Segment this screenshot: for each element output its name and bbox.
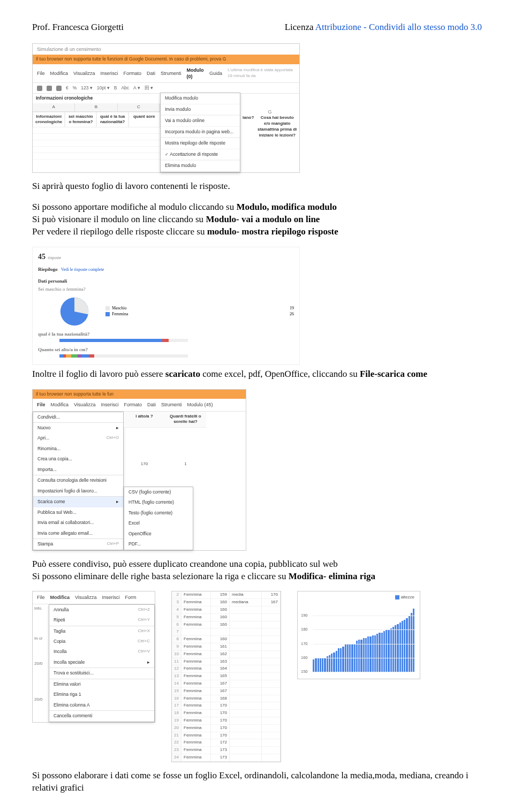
dd-annulla[interactable]: AnnullaCtrl+Z	[49, 605, 154, 615]
dd-elimina[interactable]: Elimina modulo	[161, 161, 240, 171]
col-b[interactable]: B	[75, 103, 117, 111]
dd-taglia[interactable]: TagliaCtrl+X	[49, 626, 154, 636]
dd-ripeti[interactable]: RipetiCtrl+Y	[49, 615, 154, 625]
txt: Si possono apportare modifiche al modulo…	[32, 202, 236, 212]
ytick-label: 180	[301, 627, 308, 632]
menu-modulo45[interactable]: Modulo (45)	[187, 401, 213, 408]
dd-incolla-speciale[interactable]: Incolla speciale▸	[49, 657, 154, 667]
undo-icon[interactable]	[47, 86, 52, 91]
dd-elimina-riga[interactable]: Elimina riga 1	[49, 689, 154, 700]
menu-file[interactable]: File	[37, 401, 46, 408]
menu-inserisci[interactable]: Inserisci	[101, 401, 118, 408]
menu-strumenti[interactable]: Strumenti	[161, 401, 182, 408]
toolbar-percent[interactable]: %	[73, 85, 77, 91]
bar	[406, 618, 407, 672]
fm-cronologia[interactable]: Consulta cronologia delle revisioni	[33, 475, 123, 485]
sm-openoffice[interactable]: OpenOffice	[124, 529, 193, 539]
fm-email-allegato[interactable]: Invia come allegato email...	[33, 528, 123, 538]
col-g[interactable]: G	[243, 109, 297, 115]
sm-testo[interactable]: Testo (foglio corrente)	[124, 508, 193, 518]
txt: Si possono eliminare delle righe basta s…	[32, 571, 289, 581]
fm-impostazioni[interactable]: Impostazioni foglio di lavoro...	[33, 486, 123, 496]
table-row: 2Femmina159media170	[172, 591, 281, 599]
fm-email-collab[interactable]: Invia email ai collaboratori...	[33, 518, 123, 528]
col-letters: A B C	[33, 103, 160, 112]
menu-strumenti[interactable]: Strumenti	[161, 70, 182, 77]
toolbar-borders[interactable]: 田 ▾	[145, 85, 153, 91]
fm-stampa[interactable]: StampaCtrl+P	[33, 539, 123, 549]
fm-importa[interactable]: Importa...	[33, 465, 123, 475]
menu-formato[interactable]: Formato	[124, 401, 142, 408]
menu-guida[interactable]: Guida	[209, 70, 222, 77]
ytick-label: 150	[301, 669, 308, 674]
fm-rinomina[interactable]: Rinomina...	[33, 444, 123, 454]
sm-excel[interactable]: Excel	[124, 518, 193, 528]
menu-formato[interactable]: Formato	[123, 70, 141, 77]
table-row: 6Femmina160	[172, 621, 281, 629]
menu-modifica[interactable]: Modifica	[50, 70, 69, 77]
menu-modifica[interactable]: Modifica	[50, 594, 70, 601]
redo-icon[interactable]	[56, 86, 62, 91]
menu-file[interactable]: File	[37, 70, 45, 77]
dd-elimina-valori[interactable]: Elimina valori	[49, 679, 154, 689]
toolbar-format123[interactable]: 123 ▾	[81, 85, 93, 91]
riepilogo-link[interactable]: Vedi le risposte complete	[61, 267, 104, 272]
modulo-dropdown: Modifica modulo Invia modulo Vai a modul…	[160, 93, 240, 172]
toolbar-strike[interactable]: Abc	[121, 85, 129, 91]
sm-csv[interactable]: CSV (foglio corrente)	[124, 487, 193, 497]
dd-riepilogo[interactable]: Mostra riepilogo delle risposte	[161, 138, 240, 149]
fm-scarica-come[interactable]: Scarica come▸	[33, 497, 123, 507]
col-c[interactable]: C	[118, 103, 160, 111]
toolbar-textcolor[interactable]: A ▾	[133, 85, 140, 91]
sm-pdf[interactable]: PDF...	[124, 539, 193, 549]
fm-crea-copia[interactable]: Crea una copia...	[33, 454, 123, 464]
menu-visualizza[interactable]: Visualizza	[74, 401, 95, 408]
bar	[374, 635, 376, 672]
menu-file[interactable]: File	[37, 594, 45, 601]
sm-html[interactable]: HTML (foglio corrente)	[124, 497, 193, 507]
dd-cancella-commenti[interactable]: Cancella commenti	[49, 711, 154, 721]
bar	[376, 634, 378, 672]
bar	[397, 624, 398, 672]
dd-incorpora[interactable]: Incorpora modulo in pagina web...	[161, 127, 240, 138]
menu-visualizza[interactable]: Visualizza	[75, 594, 96, 601]
menu-dati[interactable]: Dati	[147, 401, 156, 408]
dd-vai-online[interactable]: Vai a modulo online	[161, 116, 240, 126]
table-row: 3Femmina160mediana167	[172, 599, 281, 606]
fm-nuovo[interactable]: Nuovo▸	[33, 423, 123, 433]
table-row: 14Femmina167	[172, 680, 281, 688]
menu-dati[interactable]: Dati	[147, 70, 155, 77]
toolbar-currency[interactable]: €	[66, 85, 69, 91]
chart-title: altezze	[401, 595, 414, 599]
dd-accettazione[interactable]: Accettazione di risposte	[161, 149, 240, 161]
menu-inserisci[interactable]: Inserisci	[100, 70, 118, 77]
fm-pubblica-web[interactable]: Pubblica sul Web...	[33, 507, 123, 518]
legend-color-icon	[395, 595, 399, 599]
toolbar-fontsize[interactable]: 10pt ▾	[97, 85, 110, 91]
fm-condividi[interactable]: Condividi...	[33, 412, 123, 422]
col-a[interactable]: A	[33, 103, 75, 111]
menu-visualizza[interactable]: Visualizza	[73, 70, 95, 77]
menu-form[interactable]: Form	[125, 594, 136, 601]
dd-invia-modulo[interactable]: Invia modulo	[161, 104, 240, 115]
menu-inserisci[interactable]: Inserisci	[102, 594, 119, 601]
bar-chart-altezze: altezze 150160170180190	[297, 591, 420, 679]
fm-apri[interactable]: Apri...Ctrl+O	[33, 433, 123, 443]
ytick-label: 170	[301, 641, 308, 647]
dd-trova[interactable]: Trova e sostituisci...	[49, 668, 154, 678]
dd-copia[interactable]: CopiaCtrl+C	[49, 636, 154, 647]
print-icon[interactable]	[37, 86, 42, 91]
val-170: 170	[124, 460, 165, 469]
dd-elimina-colonna[interactable]: Elimina colonna A	[49, 700, 154, 710]
menu-modifica[interactable]: Modifica	[51, 401, 69, 408]
browser-warning-bar: Il tuo browser non supporta tutte le fun	[33, 390, 246, 399]
txt: Inoltre il foglio di lavoro può essere	[32, 369, 165, 379]
bold-scaricato: scaricato	[165, 369, 200, 379]
para-operazioni-modulo: Si possono apportare modifiche al modulo…	[32, 201, 482, 238]
license-link[interactable]: Attribuzione - Condividi allo stesso mod…	[315, 22, 482, 32]
bar	[318, 658, 319, 672]
toolbar-bold[interactable]: B	[114, 85, 117, 91]
menu-modulo[interactable]: Modulo (0)	[186, 67, 204, 80]
dd-modifica-modulo[interactable]: Modifica modulo	[161, 93, 240, 104]
dd-incolla[interactable]: IncollaCtrl+V	[49, 647, 154, 657]
